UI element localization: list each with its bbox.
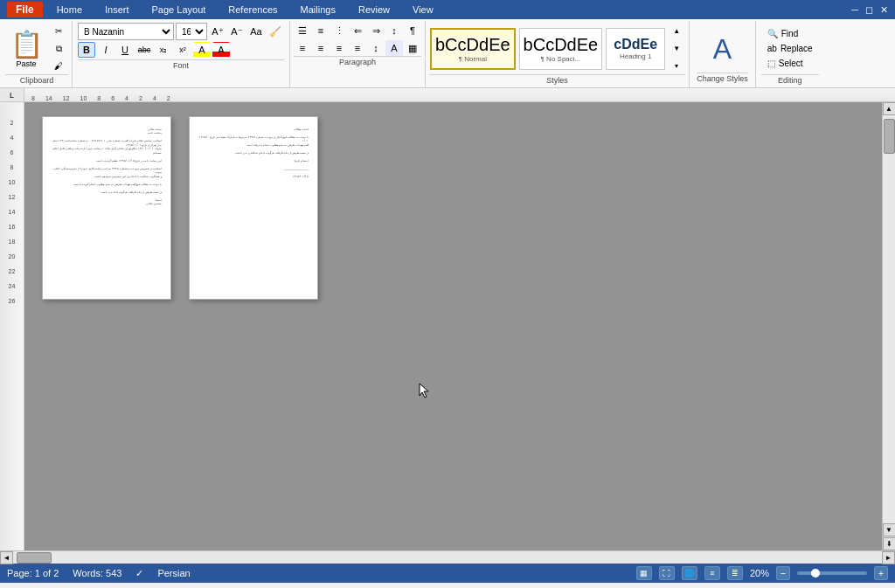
sort-button[interactable]: ↕ — [385, 23, 403, 38]
numbering-button[interactable]: ≡ — [312, 23, 330, 38]
shrink-font-button[interactable]: A⁻ — [228, 24, 246, 39]
font-group-label: Font — [78, 59, 284, 71]
change-case-button[interactable]: Aa — [247, 24, 265, 39]
find-button[interactable]: 🔍 Find — [761, 27, 819, 40]
editing-group-label: Editing — [761, 74, 819, 86]
font-group: B Nazanin 16 A⁺ A⁻ Aa 🧹 B I U abc x₂ x² … — [73, 21, 290, 87]
change-styles-icon: A — [713, 35, 732, 63]
vruler-mark: 22 — [9, 268, 16, 274]
vruler-mark: 24 — [9, 283, 16, 289]
format-painter-button[interactable]: 🖌 — [49, 59, 68, 74]
window-controls: ─ ◻ ✕ — [851, 4, 888, 16]
bullets-button[interactable]: ☰ — [294, 23, 311, 38]
next-page-button[interactable]: ⬇ — [883, 537, 896, 550]
scroll-left-button[interactable]: ◄ — [0, 551, 13, 564]
zoom-thumb[interactable] — [811, 569, 820, 578]
print-layout-button[interactable]: ▦ — [636, 566, 652, 580]
vruler-mark: 10 — [9, 179, 16, 185]
vertical-scrollbar[interactable]: ▲ ▼ ⬇ — [882, 102, 895, 550]
show-hide-button[interactable]: ¶ — [404, 23, 421, 38]
find-icon: 🔍 — [767, 29, 778, 38]
language-label[interactable]: Persian — [157, 568, 190, 578]
scroll-down-button[interactable]: ▼ — [883, 523, 896, 536]
style-no-spacing[interactable]: bCcDdEe ¶ No Spaci... — [519, 28, 603, 70]
superscript-button[interactable]: x² — [174, 42, 191, 58]
ruler-mark: 6 — [111, 95, 114, 101]
minimize-icon[interactable]: ─ — [851, 4, 858, 15]
scroll-right-button[interactable]: ► — [882, 551, 895, 564]
h-scroll-track[interactable] — [13, 551, 882, 564]
draft-button[interactable]: ≣ — [727, 566, 743, 580]
page-1-content: بسمه تعالیرضایت نامه اینجانب محسن جلالی … — [52, 128, 162, 206]
align-right-button[interactable]: ≡ — [330, 40, 348, 56]
zoom-in-button[interactable]: + — [874, 566, 888, 580]
line-spacing-button[interactable]: ↕ — [367, 40, 385, 56]
fullscreen-button[interactable]: ⛶ — [659, 566, 675, 580]
page-2[interactable]: ادامه مطالب با توجه به مطالب فوق الذکر د… — [189, 116, 318, 300]
vertical-ruler: 2 4 6 8 10 12 14 16 18 20 22 24 26 — [0, 102, 24, 550]
style-normal[interactable]: bCcDdEe ¶ Normal — [430, 28, 516, 70]
close-icon[interactable]: ✕ — [880, 4, 888, 16]
scroll-track[interactable] — [883, 115, 895, 523]
style-heading1[interactable]: cDdEe Heading 1 — [606, 28, 665, 70]
ruler-corner[interactable]: L — [0, 88, 24, 102]
font-name-select[interactable]: B Nazanin — [78, 23, 174, 40]
underline-button[interactable]: U — [116, 42, 134, 58]
paste-button[interactable]: 📋 Paste — [5, 26, 47, 71]
italic-button[interactable]: I — [97, 42, 114, 58]
spell-check-icon[interactable]: ✓ — [135, 568, 143, 579]
align-center-button[interactable]: ≡ — [312, 40, 330, 56]
horizontal-scrollbar[interactable]: ◄ ► — [0, 550, 895, 564]
select-button[interactable]: ⬚ Select — [761, 57, 819, 70]
scroll-up-button[interactable]: ▲ — [883, 102, 896, 115]
tab-view[interactable]: View — [402, 3, 444, 17]
zoom-slider[interactable] — [797, 571, 867, 575]
font-size-select[interactable]: 16 — [176, 23, 207, 40]
multilevel-list-button[interactable]: ⋮ — [330, 23, 348, 38]
align-left-button[interactable]: ≡ — [294, 40, 311, 56]
change-styles-btn[interactable]: A — [713, 24, 732, 73]
restore-icon[interactable]: ◻ — [865, 4, 873, 16]
scroll-thumb[interactable] — [884, 119, 895, 154]
decrease-indent-button[interactable]: ⇐ — [349, 23, 366, 38]
font-color-button[interactable]: A — [212, 42, 230, 58]
bold-button[interactable]: B — [78, 42, 95, 58]
highlight-button[interactable]: A — [193, 42, 211, 58]
cut-button[interactable]: ✂ — [49, 24, 68, 39]
clear-format-button[interactable]: 🧹 — [267, 24, 284, 39]
styles-more[interactable]: ▾ — [668, 59, 685, 74]
document-area: بسمه تعالیرضایت نامه اینجانب محسن جلالی … — [24, 102, 882, 550]
copy-button[interactable]: ⧉ — [49, 41, 68, 57]
ruler-mark: 2 — [139, 95, 142, 101]
clipboard-group: 📋 Paste ✂ ⧉ 🖌 Clipboard — [2, 21, 73, 87]
ruler-mark: 4 — [125, 95, 128, 101]
status-bar: Page: 1 of 2 Words: 543 ✓ Persian ▦ ⛶ 🌐 … — [0, 564, 895, 583]
style-normal-label: ¶ Normal — [459, 55, 487, 63]
file-tab[interactable]: File — [7, 2, 43, 17]
page-2-content: ادامه مطالب با توجه به مطالب فوق الذکر د… — [198, 128, 309, 178]
paste-icon: 📋 — [10, 29, 43, 59]
shading-button[interactable]: A — [385, 40, 403, 56]
ruler-mark: 4 — [153, 95, 156, 101]
subscript-button[interactable]: x₂ — [155, 42, 172, 58]
page-1[interactable]: بسمه تعالیرضایت نامه اینجانب محسن جلالی … — [42, 116, 171, 300]
tab-page-layout[interactable]: Page Layout — [142, 3, 217, 17]
styles-scroll-up[interactable]: ▲ — [668, 24, 685, 39]
h-scroll-thumb[interactable] — [17, 552, 52, 564]
replace-button[interactable]: ab Replace — [761, 42, 819, 55]
tab-insert[interactable]: Insert — [94, 3, 140, 17]
styles-scroll-down[interactable]: ▼ — [668, 41, 685, 57]
tab-mailings[interactable]: Mailings — [290, 3, 346, 17]
tab-references[interactable]: References — [218, 3, 288, 17]
strikethrough-button[interactable]: abc — [135, 42, 153, 58]
increase-indent-button[interactable]: ⇒ — [367, 23, 385, 38]
web-layout-button[interactable]: 🌐 — [682, 566, 697, 580]
grow-font-button[interactable]: A⁺ — [209, 24, 226, 39]
outline-button[interactable]: ≡ — [704, 566, 720, 580]
tab-review[interactable]: Review — [348, 3, 400, 17]
justify-button[interactable]: ≡ — [349, 40, 366, 56]
border-button[interactable]: ▦ — [404, 40, 421, 56]
tab-home[interactable]: Home — [46, 3, 93, 17]
vruler-mark: 12 — [9, 194, 16, 200]
zoom-out-button[interactable]: − — [776, 566, 790, 580]
